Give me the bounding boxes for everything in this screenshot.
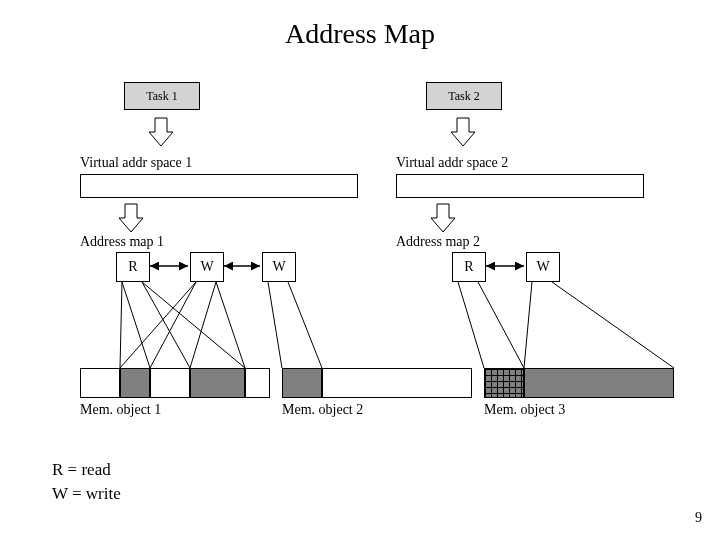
svg-line-5: [142, 282, 190, 368]
address-map-1-label: Address map 1: [80, 234, 164, 250]
map2-box-r: R: [452, 252, 486, 282]
page-number: 9: [695, 510, 702, 526]
svg-line-7: [120, 282, 196, 368]
svg-line-3: [120, 282, 122, 368]
map2-box-w: W: [526, 252, 560, 282]
mem-object-1: [80, 368, 270, 398]
svg-line-4: [122, 282, 150, 368]
map1-box-r-label: R: [128, 259, 137, 275]
map1-box-w2-label: W: [272, 259, 285, 275]
legend-read: R = read: [52, 460, 111, 480]
map2-box-r-label: R: [464, 259, 473, 275]
task-2-label: Task 2: [448, 89, 480, 104]
task-2-box: Task 2: [426, 82, 502, 110]
map1-box-w1: W: [190, 252, 224, 282]
vas-2-label: Virtual addr space 2: [396, 155, 508, 171]
svg-line-14: [478, 282, 524, 368]
svg-line-10: [216, 282, 245, 368]
slide: Address Map Task 1 Task 2 Virtual addr s…: [0, 0, 720, 540]
map1-box-w2: W: [262, 252, 296, 282]
mem-object-2-label: Mem. object 2: [282, 402, 363, 418]
map1-box-r: R: [116, 252, 150, 282]
legend-write: W = write: [52, 484, 121, 504]
mem-object-2: [282, 368, 472, 398]
address-map-2-label: Address map 2: [396, 234, 480, 250]
page-title: Address Map: [0, 18, 720, 50]
task-1-label: Task 1: [146, 89, 178, 104]
vas-1-bar: [80, 174, 358, 198]
mem-object-3: [484, 368, 674, 398]
mem-object-3-label: Mem. object 3: [484, 402, 565, 418]
svg-line-6: [142, 282, 245, 368]
svg-line-11: [268, 282, 282, 368]
svg-line-16: [552, 282, 674, 368]
map2-box-w-label: W: [536, 259, 549, 275]
vas-1-label: Virtual addr space 1: [80, 155, 192, 171]
connector-overlay: [0, 0, 720, 540]
mem-object-1-label: Mem. object 1: [80, 402, 161, 418]
task-1-box: Task 1: [124, 82, 200, 110]
svg-line-13: [458, 282, 484, 368]
map1-box-w1-label: W: [200, 259, 213, 275]
svg-line-8: [150, 282, 196, 368]
svg-line-9: [190, 282, 216, 368]
svg-line-15: [524, 282, 532, 368]
svg-line-12: [288, 282, 322, 368]
vas-2-bar: [396, 174, 644, 198]
